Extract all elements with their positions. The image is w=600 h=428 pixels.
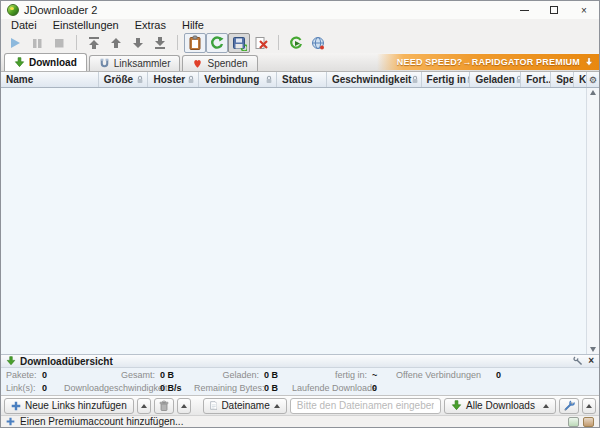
plus-icon — [6, 417, 15, 426]
jdownloader-window: JDownloader 2 × Datei Einstellungen Extr… — [0, 0, 600, 428]
toolbar-separator — [278, 35, 279, 50]
stat-value: 0 B/s — [160, 383, 194, 393]
premium-toggle-button[interactable] — [228, 33, 250, 53]
wrench-icon[interactable] — [573, 356, 583, 366]
maximize-icon — [550, 6, 558, 14]
close-icon: × — [581, 5, 587, 16]
play-icon — [7, 35, 23, 51]
column-header-fortschritt[interactable]: Fort... — [521, 72, 551, 87]
menu-hilfe[interactable]: Hilfe — [174, 19, 212, 32]
vertical-scrollbar[interactable] — [586, 88, 599, 354]
stat-value: ~ — [372, 370, 396, 380]
maximize-button[interactable] — [539, 1, 569, 19]
move-to-bottom-button[interactable] — [149, 33, 171, 53]
chevron-up-icon — [274, 404, 280, 408]
column-header-name[interactable]: Name — [1, 72, 99, 87]
restart-update-button[interactable] — [285, 33, 307, 53]
stop-downloads-button[interactable] — [48, 33, 70, 53]
tab-spenden[interactable]: Spenden — [182, 55, 257, 71]
overview-tools: × — [573, 356, 594, 366]
gear-icon: ⚙ — [589, 75, 597, 85]
stat-label: Pakete: — [6, 370, 42, 380]
tab-label: Linksammler — [114, 58, 171, 69]
tab-label: Download — [29, 57, 77, 68]
pause-downloads-button[interactable] — [26, 33, 48, 53]
tab-label: Spenden — [207, 58, 247, 69]
premium-ad-banner[interactable]: NEED SPEED?→RAPIDGATOR PREMIUM — [377, 54, 599, 70]
open-browser-button[interactable] — [307, 33, 329, 53]
update-icon — [288, 35, 304, 51]
column-header-groesse[interactable]: Größe — [99, 72, 149, 87]
column-settings-button[interactable]: ⚙ — [587, 72, 599, 87]
stat-label: Geladen: — [194, 370, 264, 380]
tab-download[interactable]: Download — [4, 53, 87, 71]
stat-label: Remaining Bytes: — [194, 383, 264, 393]
add-links-button[interactable]: Neue Links hinzufügen — [4, 398, 134, 414]
tab-linksammler[interactable]: Linksammler — [89, 55, 181, 71]
stat-value: 0 — [42, 370, 64, 380]
green-download-arrow-icon — [14, 57, 25, 68]
window-title: JDownloader 2 — [24, 4, 97, 16]
minimize-icon — [520, 10, 529, 11]
column-header-verbindung[interactable]: Verbindung — [199, 72, 277, 87]
column-header-status[interactable]: Status — [277, 72, 327, 87]
move-down-button[interactable] — [127, 33, 149, 53]
menu-einstellungen[interactable]: Einstellungen — [45, 19, 127, 32]
menu-extras[interactable]: Extras — [127, 19, 174, 32]
stat-value: 0 — [496, 370, 599, 380]
main-toolbar — [1, 32, 599, 53]
add-premium-account-link[interactable]: Einen Premiumaccount hinzufügen... — [20, 416, 183, 427]
trash-dropdown-button[interactable] — [177, 398, 191, 414]
lock-icon — [187, 75, 195, 84]
stat-value: 0 B — [264, 383, 292, 393]
file-icon — [210, 400, 218, 411]
scroll-down-icon[interactable] — [590, 347, 596, 352]
menu-bar: Datei Einstellungen Extras Hilfe — [1, 19, 599, 32]
trash-button[interactable] — [154, 398, 174, 414]
arrow-up-icon — [108, 35, 124, 51]
close-button[interactable]: × — [569, 1, 599, 19]
column-header-geladen[interactable]: Geladen — [470, 72, 521, 87]
stat-value: 0 B — [160, 370, 194, 380]
stat-value: 0 — [372, 383, 396, 393]
column-header-speicherort[interactable]: Spei... — [551, 72, 574, 87]
column-header-geschwindigkeit[interactable]: Geschwindigkeit — [327, 72, 422, 87]
move-to-top-button[interactable] — [83, 33, 105, 53]
settings-tools-dropdown-button[interactable] — [582, 398, 596, 414]
lock-icon — [136, 75, 144, 84]
column-header-hoster[interactable]: Hoster — [148, 72, 199, 87]
lock-icon — [265, 75, 273, 84]
plus-icon — [11, 401, 21, 411]
reconnect-icon — [209, 35, 225, 51]
clipboard-observer-button[interactable] — [184, 33, 206, 53]
toolbar-separator — [76, 35, 77, 50]
globe-icon — [310, 35, 326, 51]
download-table-body[interactable] — [1, 88, 599, 354]
bottom-toolbar: Neue Links hinzufügen Dateiname Alle Dow… — [1, 395, 599, 415]
wrench-screwdriver-icon — [563, 400, 575, 412]
search-category-button[interactable]: Dateiname — [203, 398, 287, 414]
grid-view-icon[interactable] — [583, 417, 594, 427]
minimize-button[interactable] — [509, 1, 539, 19]
stat-label: Downloadgeschwindigkeit: — [64, 383, 160, 393]
scroll-up-icon[interactable] — [590, 90, 596, 95]
view-filter-button[interactable]: Alle Downloads — [444, 398, 556, 414]
arrow-to-bottom-icon — [152, 35, 168, 51]
window-layout-icon[interactable] — [568, 417, 579, 427]
stat-label: fertig in: — [292, 370, 372, 380]
close-panel-icon[interactable]: × — [588, 356, 594, 366]
add-links-dropdown-button[interactable] — [137, 398, 151, 414]
start-downloads-button[interactable] — [4, 33, 26, 53]
download-overview-stats: Pakete: 0 Gesamt: 0 B Geladen: 0 B ferti… — [1, 368, 599, 395]
column-header-fertig-in[interactable]: Fertig in — [422, 72, 471, 87]
clipboard-icon — [187, 35, 203, 51]
menu-datei[interactable]: Datei — [3, 19, 45, 32]
move-up-button[interactable] — [105, 33, 127, 53]
filename-search-input[interactable] — [290, 398, 441, 414]
statusbar-icons — [568, 417, 594, 427]
auto-reconnect-button[interactable] — [206, 33, 228, 53]
remove-links-button[interactable] — [250, 33, 272, 53]
column-header-kommentar[interactable]: Ko... — [574, 72, 587, 87]
settings-tools-button[interactable] — [559, 398, 579, 414]
chevron-up-icon — [181, 404, 187, 408]
